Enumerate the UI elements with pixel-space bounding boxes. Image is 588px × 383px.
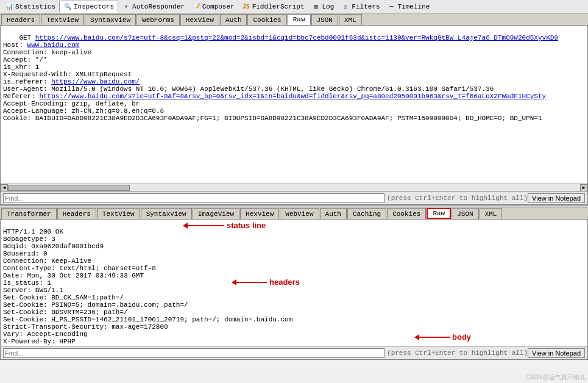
scroll-track[interactable] [8, 185, 580, 191]
tab-resp-raw[interactable]: Raw [427, 208, 451, 219]
top-toolbar: 📊 Statistics 🔍 Inspectors ⚡ AutoResponde… [0, 0, 588, 13]
request-content-panel: GET https://www.baidu.com/s?ie=utf-8&csq… [0, 26, 588, 184]
tab-resp-headers[interactable]: Headers [57, 208, 96, 219]
resp-status-line: HTTP/1.1 200 OK Bdpagetype: 3 Bdqid: 0xa… [3, 228, 385, 346]
scroll-thumb[interactable] [8, 185, 130, 191]
tab-req-raw[interactable]: Raw [288, 14, 311, 25]
request-find-input[interactable] [3, 193, 384, 203]
tab-resp-syntaxview[interactable]: SyntaxView [141, 208, 192, 219]
response-find-hint: (press Ctrl+Enter to highlight all) [387, 349, 528, 357]
inspectors-icon: 🔍 [63, 2, 72, 11]
filters-icon: ☑ [341, 2, 350, 11]
autoresponder-icon: ⚡ [122, 2, 130, 11]
tab-resp-transformer[interactable]: Transformer [1, 208, 57, 219]
log-icon: ▤ [312, 2, 321, 11]
timeline-icon: — [388, 2, 396, 11]
tab-resp-xml[interactable]: XML [480, 208, 503, 219]
tab-req-headers[interactable]: Headers [1, 14, 40, 25]
toolbar-statistics[interactable]: 📊 Statistics [1, 1, 59, 13]
toolbar-timeline[interactable]: — Timeline [384, 1, 434, 13]
response-content-panel: HTTP/1.1 200 OK Bdpagetype: 3 Bdqid: 0xa… [0, 220, 588, 346]
tab-resp-json[interactable]: JSON [452, 208, 478, 219]
tab-resp-cookies[interactable]: Cookies [387, 208, 426, 219]
scroll-left-arrow[interactable]: ◀ [1, 184, 8, 192]
request-scrollbar[interactable]: ◀ ▶ [0, 184, 588, 192]
toolbar-composer[interactable]: 📝 Composer [188, 1, 238, 13]
tab-req-webforms[interactable]: WebForms [136, 14, 180, 25]
tab-resp-imageview[interactable]: ImageView [193, 208, 239, 219]
request-host-line: Host: [3, 41, 27, 49]
tab-resp-hexview[interactable]: HexView [240, 208, 279, 219]
response-find-bar: (press Ctrl+Enter to highlight all) View… [0, 346, 588, 360]
request-view-notepad-button[interactable]: View in Notepad [528, 193, 585, 203]
toolbar-filters[interactable]: ☑ Filters [338, 1, 383, 13]
request-find-bar: (press Ctrl+Enter to highlight all) View… [0, 192, 588, 205]
toolbar-inspectors[interactable]: 🔍 Inspectors [59, 1, 118, 13]
tab-req-textview[interactable]: TextView [41, 14, 84, 25]
request-get-prefix: GET [19, 34, 35, 41]
response-find-input[interactable] [3, 348, 384, 358]
response-view-notepad-button[interactable]: View in Notepad [528, 348, 585, 358]
request-url: https://www.baidu.com/s?ie=utf-8&csq=1&p… [35, 34, 558, 41]
tab-req-xml[interactable]: XML [339, 14, 362, 25]
tab-resp-webview[interactable]: WebView [280, 208, 319, 219]
tab-resp-textview[interactable]: TextView [97, 208, 140, 219]
toolbar-autoresponder[interactable]: ⚡ AutoResponder [118, 1, 188, 13]
request-tab-bar: Headers TextView SyntaxView WebForms Hex… [0, 13, 588, 26]
fiddlerscript-icon: JS [242, 2, 250, 11]
tab-req-auth[interactable]: Auth [220, 14, 247, 25]
toolbar-log[interactable]: ▤ Log [308, 1, 338, 13]
request-accept: Accept-Encoding: gzip, deflate, br Accep… [3, 100, 542, 122]
scroll-right-arrow[interactable]: ▶ [580, 184, 587, 192]
tab-req-hexview[interactable]: HexView [180, 14, 219, 25]
tab-req-json[interactable]: JSON [311, 14, 338, 25]
tab-req-cookies[interactable]: Cookies [247, 14, 286, 25]
response-tab-bar: Transformer Headers TextView SyntaxView … [0, 207, 588, 220]
response-section: HTTP/1.1 200 OK Bdpagetype: 3 Bdqid: 0xa… [0, 220, 588, 346]
tab-resp-caching[interactable]: Caching [347, 208, 386, 219]
tab-req-syntaxview[interactable]: SyntaxView [85, 14, 136, 25]
composer-icon: 📝 [192, 2, 200, 11]
toolbar-fiddlerscript[interactable]: JS FiddlerScript [238, 1, 308, 13]
request-find-hint: (press Ctrl+Enter to highlight all) [387, 195, 528, 202]
statistics-icon: 📊 [5, 2, 13, 11]
tab-resp-auth[interactable]: Auth [320, 208, 347, 219]
